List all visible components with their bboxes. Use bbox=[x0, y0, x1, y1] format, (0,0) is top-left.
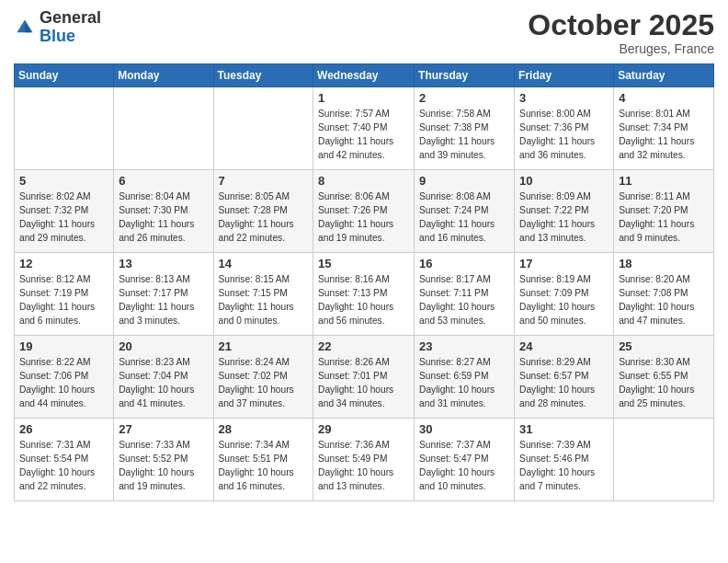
calendar-cell: 10Sunrise: 8:09 AMSunset: 7:22 PMDayligh… bbox=[515, 170, 614, 253]
calendar-cell: 8Sunrise: 8:06 AMSunset: 7:26 PMDaylight… bbox=[313, 170, 415, 253]
calendar-cell: 21Sunrise: 8:24 AMSunset: 7:02 PMDayligh… bbox=[213, 336, 313, 419]
day-info: Sunrise: 8:11 AMSunset: 7:20 PMDaylight:… bbox=[619, 190, 709, 245]
day-info: Sunrise: 7:36 AMSunset: 5:49 PMDaylight:… bbox=[318, 439, 409, 493]
day-number: 24 bbox=[519, 339, 609, 353]
weekday-header: Monday bbox=[114, 64, 213, 87]
calendar-cell bbox=[15, 87, 114, 170]
calendar-cell: 30Sunrise: 7:37 AMSunset: 5:47 PMDayligh… bbox=[415, 419, 515, 501]
page-header: General Blue October 2025 Beruges, Franc… bbox=[14, 9, 714, 56]
calendar-week-row: 5Sunrise: 8:02 AMSunset: 7:32 PMDaylight… bbox=[15, 170, 714, 253]
day-info: Sunrise: 8:04 AMSunset: 7:30 PMDaylight:… bbox=[119, 190, 208, 245]
calendar-cell: 26Sunrise: 7:31 AMSunset: 5:54 PMDayligh… bbox=[15, 419, 114, 501]
day-number: 7 bbox=[219, 174, 309, 188]
day-info: Sunrise: 7:58 AMSunset: 7:38 PMDaylight:… bbox=[419, 108, 509, 162]
day-info: Sunrise: 8:01 AMSunset: 7:34 PMDaylight:… bbox=[619, 108, 709, 162]
day-number: 31 bbox=[519, 422, 609, 436]
day-info: Sunrise: 8:05 AMSunset: 7:28 PMDaylight:… bbox=[219, 190, 309, 245]
day-number: 16 bbox=[419, 257, 509, 270]
calendar-cell: 23Sunrise: 8:27 AMSunset: 6:59 PMDayligh… bbox=[415, 336, 515, 419]
logo-icon bbox=[14, 17, 36, 39]
day-info: Sunrise: 8:13 AMSunset: 7:17 PMDaylight:… bbox=[119, 273, 208, 327]
day-number: 14 bbox=[219, 257, 309, 270]
calendar-cell: 6Sunrise: 8:04 AMSunset: 7:30 PMDaylight… bbox=[114, 170, 213, 253]
day-info: Sunrise: 7:39 AMSunset: 5:46 PMDaylight:… bbox=[519, 439, 609, 493]
month-title: October 2025 bbox=[528, 9, 714, 41]
day-number: 21 bbox=[219, 339, 309, 353]
day-number: 9 bbox=[419, 174, 509, 188]
day-number: 11 bbox=[619, 174, 709, 188]
calendar-cell: 4Sunrise: 8:01 AMSunset: 7:34 PMDaylight… bbox=[614, 87, 714, 170]
logo: General Blue bbox=[14, 9, 101, 46]
calendar-week-row: 19Sunrise: 8:22 AMSunset: 7:06 PMDayligh… bbox=[15, 336, 714, 419]
day-info: Sunrise: 8:02 AMSunset: 7:32 PMDaylight:… bbox=[19, 190, 108, 245]
weekday-header: Wednesday bbox=[313, 64, 415, 87]
day-number: 12 bbox=[19, 257, 108, 270]
title-block: October 2025 Beruges, France bbox=[528, 9, 714, 56]
calendar-cell: 11Sunrise: 8:11 AMSunset: 7:20 PMDayligh… bbox=[614, 170, 714, 253]
weekday-header-row: SundayMondayTuesdayWednesdayThursdayFrid… bbox=[15, 64, 714, 87]
day-info: Sunrise: 8:30 AMSunset: 6:55 PMDaylight:… bbox=[619, 356, 709, 410]
day-info: Sunrise: 7:31 AMSunset: 5:54 PMDaylight:… bbox=[19, 439, 108, 493]
day-info: Sunrise: 8:09 AMSunset: 7:22 PMDaylight:… bbox=[519, 190, 609, 245]
day-number: 2 bbox=[419, 91, 509, 105]
calendar-cell: 1Sunrise: 7:57 AMSunset: 7:40 PMDaylight… bbox=[313, 87, 415, 170]
day-info: Sunrise: 8:08 AMSunset: 7:24 PMDaylight:… bbox=[419, 190, 509, 245]
day-info: Sunrise: 8:20 AMSunset: 7:08 PMDaylight:… bbox=[619, 273, 709, 327]
day-info: Sunrise: 8:19 AMSunset: 7:09 PMDaylight:… bbox=[519, 273, 609, 327]
calendar-cell: 12Sunrise: 8:12 AMSunset: 7:19 PMDayligh… bbox=[15, 253, 114, 336]
day-info: Sunrise: 8:24 AMSunset: 7:02 PMDaylight:… bbox=[219, 356, 309, 410]
day-info: Sunrise: 8:26 AMSunset: 7:01 PMDaylight:… bbox=[318, 356, 409, 410]
calendar-week-row: 26Sunrise: 7:31 AMSunset: 5:54 PMDayligh… bbox=[15, 419, 714, 501]
day-info: Sunrise: 7:37 AMSunset: 5:47 PMDaylight:… bbox=[419, 439, 509, 493]
calendar-cell: 31Sunrise: 7:39 AMSunset: 5:46 PMDayligh… bbox=[515, 419, 614, 501]
calendar-cell: 28Sunrise: 7:34 AMSunset: 5:51 PMDayligh… bbox=[213, 419, 313, 501]
day-number: 18 bbox=[619, 257, 709, 270]
day-info: Sunrise: 8:22 AMSunset: 7:06 PMDaylight:… bbox=[19, 356, 108, 410]
day-number: 8 bbox=[318, 174, 409, 188]
day-info: Sunrise: 7:34 AMSunset: 5:51 PMDaylight:… bbox=[219, 439, 309, 493]
calendar-cell: 22Sunrise: 8:26 AMSunset: 7:01 PMDayligh… bbox=[313, 336, 415, 419]
day-info: Sunrise: 8:23 AMSunset: 7:04 PMDaylight:… bbox=[119, 356, 208, 410]
day-number: 30 bbox=[419, 422, 509, 436]
day-number: 27 bbox=[119, 422, 208, 436]
location: Beruges, France bbox=[528, 41, 714, 56]
calendar-cell: 7Sunrise: 8:05 AMSunset: 7:28 PMDaylight… bbox=[213, 170, 313, 253]
calendar-cell: 9Sunrise: 8:08 AMSunset: 7:24 PMDaylight… bbox=[415, 170, 515, 253]
day-number: 28 bbox=[219, 422, 309, 436]
calendar-cell bbox=[114, 87, 213, 170]
calendar-cell: 3Sunrise: 8:00 AMSunset: 7:36 PMDaylight… bbox=[515, 87, 614, 170]
day-number: 10 bbox=[519, 174, 609, 188]
day-number: 6 bbox=[119, 174, 208, 188]
calendar-cell: 16Sunrise: 8:17 AMSunset: 7:11 PMDayligh… bbox=[415, 253, 515, 336]
day-number: 29 bbox=[318, 422, 409, 436]
day-info: Sunrise: 8:06 AMSunset: 7:26 PMDaylight:… bbox=[318, 190, 409, 245]
day-number: 4 bbox=[619, 91, 709, 105]
weekday-header: Sunday bbox=[15, 64, 114, 87]
day-number: 25 bbox=[619, 339, 709, 353]
day-info: Sunrise: 7:33 AMSunset: 5:52 PMDaylight:… bbox=[119, 439, 208, 493]
calendar-cell bbox=[614, 419, 714, 501]
day-number: 13 bbox=[119, 257, 208, 270]
calendar-cell: 29Sunrise: 7:36 AMSunset: 5:49 PMDayligh… bbox=[313, 419, 415, 501]
logo-text: General Blue bbox=[40, 9, 101, 46]
calendar-cell: 18Sunrise: 8:20 AMSunset: 7:08 PMDayligh… bbox=[614, 253, 714, 336]
day-number: 17 bbox=[519, 257, 609, 270]
day-info: Sunrise: 8:00 AMSunset: 7:36 PMDaylight:… bbox=[519, 108, 609, 162]
weekday-header: Tuesday bbox=[213, 64, 313, 87]
day-number: 22 bbox=[318, 339, 409, 353]
day-number: 26 bbox=[19, 422, 108, 436]
calendar-table: SundayMondayTuesdayWednesdayThursdayFrid… bbox=[14, 63, 714, 501]
weekday-header: Friday bbox=[515, 64, 614, 87]
day-info: Sunrise: 8:15 AMSunset: 7:15 PMDaylight:… bbox=[219, 273, 309, 327]
day-info: Sunrise: 8:29 AMSunset: 6:57 PMDaylight:… bbox=[519, 356, 609, 410]
day-info: Sunrise: 8:12 AMSunset: 7:19 PMDaylight:… bbox=[19, 273, 108, 327]
day-number: 20 bbox=[119, 339, 208, 353]
calendar-cell: 13Sunrise: 8:13 AMSunset: 7:17 PMDayligh… bbox=[114, 253, 213, 336]
calendar-cell: 19Sunrise: 8:22 AMSunset: 7:06 PMDayligh… bbox=[15, 336, 114, 419]
weekday-header: Saturday bbox=[614, 64, 714, 87]
calendar-cell: 5Sunrise: 8:02 AMSunset: 7:32 PMDaylight… bbox=[15, 170, 114, 253]
calendar-week-row: 12Sunrise: 8:12 AMSunset: 7:19 PMDayligh… bbox=[15, 253, 714, 336]
day-info: Sunrise: 7:57 AMSunset: 7:40 PMDaylight:… bbox=[318, 108, 409, 162]
calendar-cell: 15Sunrise: 8:16 AMSunset: 7:13 PMDayligh… bbox=[313, 253, 415, 336]
calendar-cell: 20Sunrise: 8:23 AMSunset: 7:04 PMDayligh… bbox=[114, 336, 213, 419]
